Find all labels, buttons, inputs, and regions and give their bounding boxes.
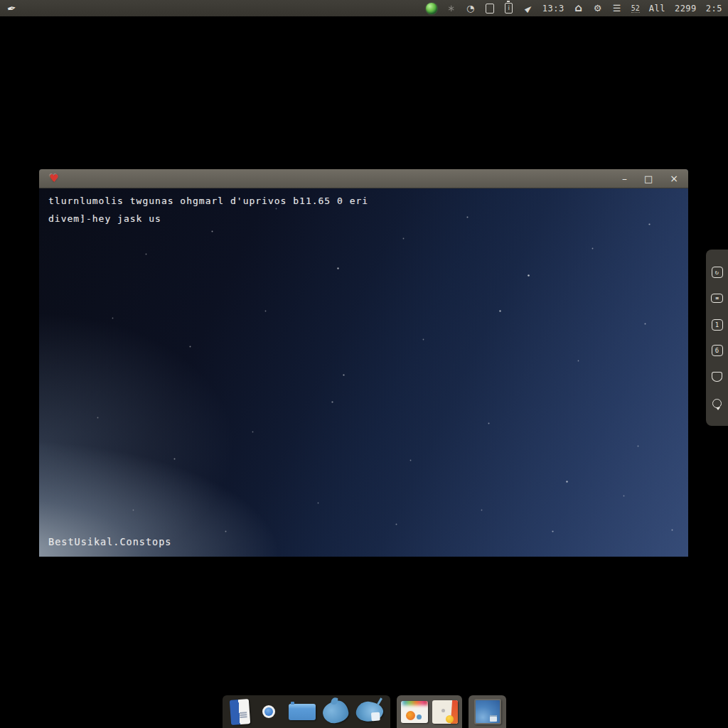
terminal-line-1: tlurnlumolis twgunas ohgmarl d'uprivos b…: [48, 196, 368, 206]
file-manager-icon: [432, 700, 458, 724]
dock-item-messenger[interactable]: [323, 701, 348, 723]
dock-item-chrome[interactable]: [257, 700, 281, 724]
heart-icon[interactable]: ♥: [49, 173, 58, 184]
maximize-button[interactable]: □: [644, 174, 653, 183]
photos-icon: [401, 701, 428, 723]
terminal-line-2: divem]-hey jask us: [48, 213, 161, 224]
window-controls: – □ ×: [622, 173, 678, 183]
pin-shape: [712, 399, 722, 408]
clock-quadrant-icon[interactable]: ◔: [466, 3, 476, 14]
menu-icon[interactable]: ☰: [612, 3, 622, 14]
window-titlebar[interactable]: ♥ – □ ×: [39, 169, 688, 188]
battery-shape: i: [505, 3, 513, 14]
chat-glyph: ≡: [711, 294, 723, 303]
dock-item-photos[interactable]: [401, 701, 428, 723]
system-tray: ∗ ◔ i ► 13:3 ⌂ ⚙ ☰ 52 All 2299 2:5: [426, 3, 722, 14]
clipboard-icon[interactable]: [485, 3, 495, 14]
refresh-glyph: ↻: [712, 267, 723, 278]
messenger-icon: [321, 699, 350, 724]
side-toolbar: ↻ ≡ 1 6: [706, 250, 728, 426]
mini-clock-text: 13:3: [542, 4, 564, 14]
green-orb-icon: [426, 3, 437, 14]
clock-text: 2:5: [706, 4, 722, 14]
terminal-content[interactable]: tlurnlumolis twgunas ohgmarl d'uprivos b…: [39, 188, 688, 557]
indicator-icon[interactable]: ∗: [446, 3, 456, 14]
refresh-icon[interactable]: ↻: [711, 266, 724, 279]
all-label[interactable]: All: [649, 4, 665, 14]
terminal-footer-line: BestUsikal.Constops: [48, 536, 171, 547]
meter-badge[interactable]: 52: [631, 4, 640, 13]
dock-segment-main: [223, 695, 390, 728]
dock: [0, 695, 728, 728]
location-pin-icon[interactable]: [711, 397, 724, 410]
minimize-button[interactable]: –: [622, 173, 627, 183]
dock-segment-tertiary: [469, 695, 506, 728]
app-logo-icon[interactable]: ✒: [6, 1, 17, 15]
file-transfer-icon: [355, 700, 384, 723]
terminal-window: ♥ – □ × tlurnlumolis twgunas ohgmarl d'u…: [39, 169, 688, 557]
home-icon[interactable]: ⌂: [574, 3, 584, 14]
gear-icon[interactable]: ⚙: [593, 3, 603, 14]
dock-item-mail[interactable]: [289, 704, 316, 720]
dock-item-file-transfer[interactable]: [356, 702, 383, 722]
documents-icon: [229, 699, 250, 725]
send-icon[interactable]: ►: [523, 3, 533, 14]
shield-icon[interactable]: [711, 370, 724, 383]
dock-item-file-manager[interactable]: [432, 700, 458, 724]
dock-item-documents[interactable]: [230, 700, 250, 724]
mail-icon: [289, 704, 316, 720]
dock-item-wallpaper[interactable]: [474, 699, 501, 724]
panel-left: ✒: [7, 2, 16, 15]
send-glyph: ►: [523, 2, 534, 14]
dock-segment-secondary: [397, 695, 462, 728]
starfield-decoration: [39, 188, 40, 189]
notes-icon[interactable]: 1: [711, 318, 724, 331]
battery-icon[interactable]: i: [504, 3, 514, 14]
shield-shape: [712, 372, 722, 382]
close-button[interactable]: ×: [670, 173, 678, 183]
notes-glyph: 1: [712, 319, 723, 331]
top-panel: ✒ ∗ ◔ i ► 13:3 ⌂ ⚙ ☰ 52 All 2299 2:5: [0, 0, 728, 16]
document-glyph: 6: [712, 345, 723, 356]
updates-icon[interactable]: [426, 3, 437, 14]
chat-icon[interactable]: ≡: [711, 292, 724, 305]
document-icon[interactable]: 6: [711, 344, 724, 357]
chrome-icon: [257, 700, 281, 724]
wallpaper-icon: [474, 699, 501, 724]
clipboard-shape: [486, 4, 494, 14]
counter-text: 2299: [675, 4, 697, 14]
